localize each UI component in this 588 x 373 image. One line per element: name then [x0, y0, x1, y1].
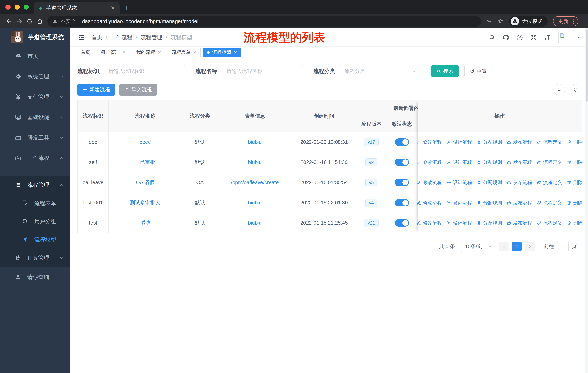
sidebar-item-leave-query[interactable]: 请假查询 [0, 267, 70, 287]
version-tag[interactable]: v5 [366, 179, 377, 186]
version-tag[interactable]: v21 [364, 219, 378, 227]
cell-name-link[interactable]: 滔博 [140, 220, 150, 226]
breadcrumb-item[interactable]: 首页 [92, 34, 102, 41]
active-toggle[interactable] [395, 179, 409, 186]
action-assign-link[interactable]: 分配规则 [477, 220, 502, 226]
action-design-link[interactable]: 设计流程 [447, 159, 472, 166]
action-definition-link[interactable]: 流程定义 [537, 139, 562, 145]
tab-close-icon[interactable]: ✕ [111, 5, 115, 11]
github-icon[interactable] [502, 34, 509, 41]
next-page-button[interactable] [525, 242, 535, 251]
action-definition-link[interactable]: 流程定义 [537, 200, 562, 206]
sidebar-logo-row[interactable]: 芋道管理系统 [0, 28, 70, 46]
sidebar-item-payment[interactable]: 支付管理 [0, 87, 70, 107]
create-process-button[interactable]: 新建流程 [77, 84, 115, 96]
browser-menu-icon[interactable] [571, 19, 575, 24]
sidebar-item-devtools[interactable]: 研发工具 [0, 128, 70, 148]
action-delete-link[interactable]: 删除 [567, 159, 583, 166]
action-assign-link[interactable]: 分配规则 [477, 179, 502, 186]
active-toggle[interactable] [395, 159, 409, 166]
sidebar-item-process-management[interactable]: 流程管理 [0, 176, 70, 194]
version-tag[interactable]: v4 [366, 199, 377, 207]
show-search-button[interactable] [554, 84, 565, 95]
action-assign-link[interactable]: 分配规则 [477, 159, 502, 166]
action-publish-link[interactable]: 发布流程 [507, 220, 532, 226]
browser-tab[interactable]: 芋道管理系统 ✕ [33, 2, 120, 14]
action-design-link[interactable]: 设计流程 [447, 200, 472, 206]
sidebar-item-home[interactable]: 首页 [0, 46, 70, 66]
action-edit-link[interactable]: 修改流程 [417, 139, 442, 145]
tag-process-form[interactable]: 流程表单✕ [168, 48, 201, 57]
reset-button[interactable]: 重置 [464, 65, 492, 77]
key-icon[interactable] [486, 18, 492, 24]
action-delete-link[interactable]: 删除 [567, 200, 583, 206]
cell-form-link[interactable]: biubiu [248, 139, 262, 145]
active-toggle[interactable] [395, 199, 409, 206]
action-edit-link[interactable]: 修改流程 [417, 220, 442, 226]
search-icon[interactable] [489, 34, 495, 41]
page-scrollbar[interactable] [586, 28, 588, 373]
tag-close-icon[interactable]: ✕ [158, 50, 161, 55]
tag-close-icon[interactable]: ✕ [193, 50, 197, 55]
refresh-table-button[interactable] [570, 84, 581, 95]
breadcrumb-item[interactable]: 流程管理 [141, 34, 162, 41]
action-publish-link[interactable]: 发布流程 [507, 179, 532, 186]
filter-name-input[interactable] [222, 65, 303, 77]
action-publish-link[interactable]: 发布流程 [507, 159, 532, 166]
avatar[interactable] [558, 32, 570, 43]
warning-icon[interactable] [52, 19, 58, 24]
sidebar-item-user-group[interactable]: 用户分组 [0, 212, 70, 231]
action-edit-link[interactable]: 修改流程 [417, 179, 442, 186]
cell-form-link[interactable]: biubiu [248, 220, 262, 226]
back-icon[interactable] [4, 16, 14, 26]
sidebar-item-task-management[interactable]: 任务管理 [0, 249, 70, 267]
action-definition-link[interactable]: 流程定义 [537, 159, 562, 166]
home-icon[interactable] [35, 16, 45, 26]
url-bar[interactable]: 不安全 dashboard.yudao.iocoder.cn/bpm/manag… [47, 16, 481, 27]
sidebar-item-system[interactable]: 系统管理 [0, 66, 70, 87]
maximize-window-button[interactable] [24, 5, 29, 10]
goto-page-input[interactable] [557, 241, 569, 252]
close-window-button[interactable] [5, 5, 10, 10]
tag-home[interactable]: 首页 [77, 48, 94, 57]
page-size-select[interactable]: 10条/页 [461, 241, 495, 252]
tag-my-process[interactable]: 我的流程✕ [132, 48, 165, 57]
font-size-icon[interactable] [544, 34, 552, 41]
action-edit-link[interactable]: 修改流程 [417, 200, 442, 206]
cell-name-link[interactable]: OA 请假 [136, 179, 155, 186]
action-delete-link[interactable]: 删除 [567, 139, 583, 145]
forward-icon[interactable] [14, 16, 24, 26]
prev-page-button[interactable] [499, 242, 509, 251]
sidebar-item-process-form[interactable]: 流程表单 [0, 194, 70, 212]
import-process-button[interactable]: 导入流程 [119, 84, 157, 96]
action-assign-link[interactable]: 分配规则 [477, 139, 502, 145]
cell-form-link[interactable]: /bpm/oa/leave/create [231, 180, 279, 185]
cell-name-link[interactable]: 自己审批 [135, 159, 156, 166]
scrollbar-thumb[interactable] [586, 29, 588, 102]
help-icon[interactable] [516, 34, 523, 41]
filter-key-input[interactable] [104, 65, 185, 77]
fullscreen-icon[interactable] [530, 34, 537, 41]
action-delete-link[interactable]: 删除 [567, 220, 583, 226]
new-tab-button[interactable]: + [125, 4, 129, 12]
cell-form-link[interactable]: biubiu [248, 200, 262, 206]
caret-down-icon[interactable] [577, 36, 581, 40]
search-button[interactable]: 搜索 [431, 65, 459, 77]
tag-close-icon[interactable]: ✕ [122, 50, 126, 55]
action-design-link[interactable]: 设计流程 [447, 179, 472, 186]
tag-close-icon[interactable]: ✕ [234, 50, 237, 55]
action-publish-link[interactable]: 发布流程 [507, 200, 532, 206]
cell-name-link[interactable]: 测试多审批人 [130, 199, 161, 206]
page-1-button[interactable]: 1 [512, 242, 522, 251]
reload-icon[interactable] [24, 16, 35, 26]
tag-process-model[interactable]: 流程模型✕ [203, 48, 241, 57]
action-publish-link[interactable]: 发布流程 [507, 139, 532, 145]
action-delete-link[interactable]: 删除 [567, 179, 583, 186]
breadcrumb-item[interactable]: 工作流程 [110, 34, 132, 41]
action-definition-link[interactable]: 流程定义 [537, 220, 562, 226]
sidebar-item-workflow[interactable]: 工作流程 [0, 148, 70, 168]
minimize-window-button[interactable] [15, 5, 20, 10]
action-edit-link[interactable]: 修改流程 [417, 159, 442, 166]
bookmark-star-icon[interactable] [498, 18, 504, 24]
action-design-link[interactable]: 设计流程 [447, 220, 472, 226]
